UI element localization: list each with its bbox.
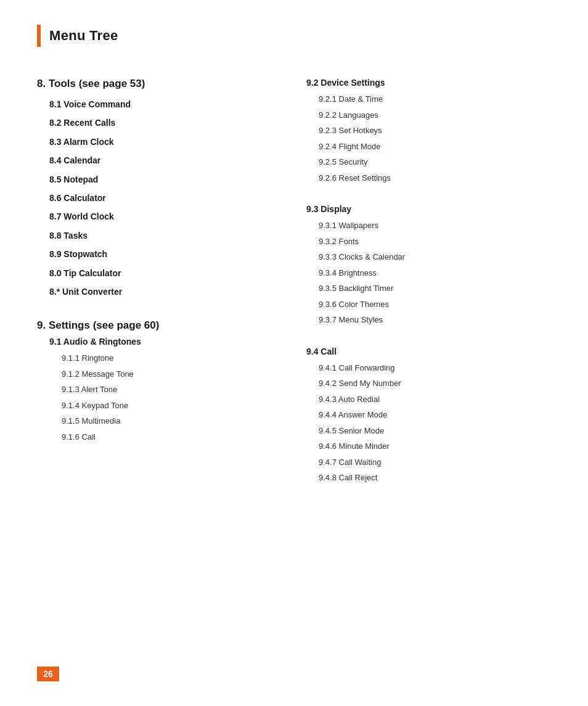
list-item: 9.2.5 Security [306,154,551,170]
list-item: 8.9 Stopwatch [37,245,269,263]
list-item: 9.4.8 Call Reject [306,470,551,486]
list-item: 9.3.2 Fonts [306,234,551,250]
subsection-91: 9.1 Audio & Ringtones 9.1.1 Ringtone 9.1… [37,337,269,445]
list-item: 9.1.4 Keypad Tone [37,398,269,414]
list-item: 9.2.2 Languages [306,107,551,123]
list-item: 8.0 Tip Calculator [37,264,269,282]
list-item: 9.1.1 Ringtone [37,350,269,366]
list-item: 9.1.6 Call [37,429,269,445]
list-item: 9.3.7 Menu Styles [306,312,551,328]
section-9: 9. Settings (see page 60) 9.1 Audio & Ri… [37,319,269,445]
section-9-title: 9. Settings (see page 60) [37,319,269,332]
list-item: 8.* Unit Converter [37,282,269,301]
list-item: 9.4.6 Minute Minder [306,438,551,454]
subsection-92: 9.2 Device Settings 9.2.1 Date & Time 9.… [306,78,551,186]
page-number: 26 [37,667,59,681]
right-column: 9.2 Device Settings 9.2.1 Date & Time 9.… [294,78,551,504]
section-8-title: 8. Tools (see page 53) [37,78,269,90]
list-item: 9.3.3 Clocks & Calendar [306,249,551,265]
list-item: 8.3 Alarm Clock [37,133,269,151]
list-item: 8.2 Recent Calls [37,113,269,132]
list-item: 9.1.5 Multimedia [37,413,269,429]
list-item: 9.2.1 Date & Time [306,91,551,107]
list-item: 9.3.4 Brightness [306,265,551,281]
subsection-94: 9.4 Call 9.4.1 Call Forwarding 9.4.2 Sen… [306,347,551,486]
subsection-94-title: 9.4 Call [306,347,551,356]
list-item: 8.6 Calculator [37,189,269,207]
list-item: 9.4.1 Call Forwarding [306,360,551,376]
list-item: 9.3.6 Color Themes [306,297,551,313]
list-item: 9.4.4 Answer Mode [306,407,551,423]
section-8-items: 8.1 Voice Command 8.2 Recent Calls 8.3 A… [37,95,269,301]
list-item: 9.1.2 Message Tone [37,366,269,382]
list-item: 9.3.1 Wallpapers [306,218,551,234]
subsection-93-title: 9.3 Display [306,204,551,214]
list-item: 8.4 Calendar [37,151,269,170]
list-item: 9.4.7 Call Waiting [306,454,551,470]
list-item: 8.5 Notepad [37,170,269,189]
page-title: Menu Tree [49,28,118,44]
list-item: 9.1.3 Alert Tone [37,382,269,398]
list-item: 8.7 World Clock [37,207,269,226]
list-item: 9.4.3 Auto Redial [306,392,551,408]
page-footer: 26 [37,667,59,681]
subsection-93: 9.3 Display 9.3.1 Wallpapers 9.3.2 Fonts… [306,204,551,328]
list-item: 9.2.4 Flight Mode [306,139,551,155]
list-item: 9.4.5 Senior Mode [306,423,551,439]
page-container: Menu Tree 8. Tools (see page 53) 8.1 Voi… [0,0,588,706]
content-area: 8. Tools (see page 53) 8.1 Voice Command… [37,78,551,504]
header: Menu Tree [37,25,551,47]
section-8: 8. Tools (see page 53) 8.1 Voice Command… [37,78,269,301]
list-item: 9.2.3 Set Hotkeys [306,123,551,139]
list-item: 9.4.2 Send My Number [306,376,551,392]
subsection-92-title: 9.2 Device Settings [306,78,551,88]
list-item: 9.2.6 Reset Settings [306,170,551,186]
list-item: 8.1 Voice Command [37,95,269,113]
left-column: 8. Tools (see page 53) 8.1 Voice Command… [37,78,294,504]
list-item: 9.3.5 Backlight Timer [306,281,551,297]
list-item: 8.8 Tasks [37,226,269,245]
subsection-91-title: 9.1 Audio & Ringtones [37,337,269,347]
header-bar-icon [37,25,41,47]
